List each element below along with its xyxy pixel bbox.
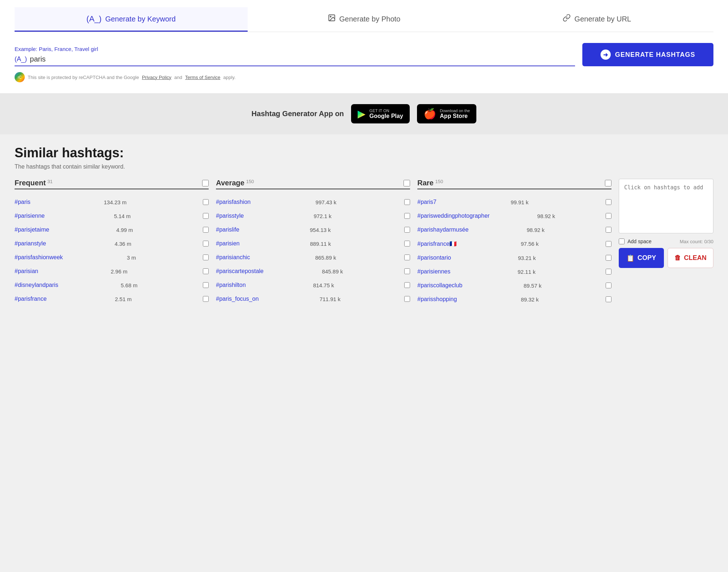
section-title: Similar hashtags:	[15, 145, 713, 161]
hashtag-link[interactable]: #parislife	[216, 226, 239, 233]
rare-divider	[417, 189, 611, 189]
hashtag-count: 889.11 k	[310, 241, 331, 247]
hashtag-checkbox[interactable]	[606, 199, 611, 205]
hashtag-checkbox[interactable]	[606, 227, 611, 233]
hashtag-link[interactable]: #parisian	[15, 268, 38, 275]
tab-photo[interactable]: Generate by Photo	[248, 7, 481, 32]
hashtag-checkbox[interactable]	[404, 241, 410, 246]
hashtag-checkbox[interactable]	[606, 269, 611, 275]
hashtag-count: 4.99 m	[116, 227, 133, 233]
keyword-input[interactable]	[30, 55, 575, 63]
generate-hashtags-button[interactable]: ➜ GENERATE HASHTAGS	[582, 43, 713, 66]
hashtag-checkbox[interactable]	[606, 255, 611, 261]
hashtag-link[interactable]: #parisshopping	[417, 296, 457, 303]
average-select-all-checkbox[interactable]	[404, 180, 410, 186]
tab-keyword[interactable]: (A_) Generate by Keyword	[15, 7, 248, 32]
app-store-button[interactable]: 🍎 Download on the App Store	[417, 104, 477, 123]
table-row: #disneylandparis 5.68 m	[15, 278, 209, 292]
hashtag-link[interactable]: #parisfrance	[15, 296, 47, 302]
hashtag-checkbox[interactable]	[203, 227, 209, 233]
hashtag-checkbox[interactable]	[404, 255, 410, 260]
privacy-policy-link[interactable]: Privacy Policy	[142, 75, 172, 80]
hashtag-checkbox[interactable]	[404, 213, 410, 219]
hashtag-count: 134.23 m	[104, 199, 127, 205]
max-count-label: Max count: 0/30	[680, 239, 714, 244]
frequent-column: Frequent 31 #paris 134.23 m #parisienne …	[15, 179, 209, 306]
svg-point-1	[330, 16, 331, 17]
hashtag-checkbox[interactable]	[203, 213, 209, 219]
tab-url[interactable]: Generate by URL	[480, 7, 713, 32]
frequent-select-all-checkbox[interactable]	[202, 180, 209, 186]
hashtag-link[interactable]: #paris_focus_on	[216, 296, 259, 302]
sidebar-options: Add space Max count: 0/30	[619, 238, 713, 244]
hashtag-checkbox[interactable]	[404, 296, 410, 302]
table-row: #paris 134.23 m	[15, 195, 209, 209]
table-row: #parianstyle 4.36 m	[15, 237, 209, 251]
hashtag-count: 814.75 k	[313, 282, 334, 288]
hashtag-link[interactable]: #pariscollageclub	[417, 282, 463, 289]
recaptcha-note: rC This site is protected by reCAPTCHA a…	[15, 72, 713, 82]
hashtag-checkbox[interactable]	[203, 282, 209, 288]
generate-arrow-icon: ➜	[601, 50, 611, 60]
hashtag-checkbox[interactable]	[404, 282, 410, 288]
hashtag-checkbox[interactable]	[203, 255, 209, 260]
hashtag-link[interactable]: #parisiennes	[417, 268, 450, 275]
hashtag-link[interactable]: #parisfrance🇫🇷	[417, 240, 457, 247]
rare-title: Rare 150	[417, 179, 443, 187]
hashtag-link[interactable]: #paris	[15, 199, 31, 205]
hashtag-link[interactable]: #parisienne	[15, 213, 45, 219]
hashtag-textarea[interactable]	[619, 179, 713, 233]
hashtag-link[interactable]: #parisfashionweek	[15, 254, 63, 261]
google-play-icon: ▶	[358, 108, 366, 120]
hashtag-link[interactable]: #parishaydarmusée	[417, 226, 469, 233]
hashtag-link[interactable]: #parisianchic	[216, 254, 250, 261]
hashtag-count: 972.1 k	[314, 213, 331, 219]
hashtag-link[interactable]: #pariscartepostale	[216, 268, 264, 275]
keyword-input-icon: (A_)	[15, 55, 27, 63]
hashtag-checkbox[interactable]	[404, 227, 410, 233]
app-store-sub: Download on the	[440, 109, 470, 113]
copy-icon: 📋	[626, 254, 634, 262]
rare-column: Rare 150 #paris7 99.91 k #parisweddingph…	[417, 179, 611, 306]
hashtag-link[interactable]: #parisfashion	[216, 199, 251, 205]
hashtag-checkbox[interactable]	[404, 199, 410, 205]
hashtag-link[interactable]: #parisien	[216, 240, 240, 247]
hashtag-checkbox[interactable]	[606, 241, 611, 247]
hashtag-count: 2.51 m	[115, 296, 132, 302]
hashtag-checkbox[interactable]	[606, 283, 611, 288]
add-space-checkbox[interactable]	[619, 238, 625, 244]
tabs: (A_) Generate by Keyword Generate by Pho…	[15, 7, 713, 32]
google-play-button[interactable]: ▶ GET IT ON Google Play	[351, 104, 409, 123]
hashtag-checkbox[interactable]	[404, 268, 410, 274]
hashtag-link[interactable]: #disneylandparis	[15, 282, 58, 288]
hashtag-count: 89.57 k	[524, 283, 542, 289]
copy-button[interactable]: 📋 COPY	[619, 248, 664, 268]
hashtag-count: 99.91 k	[511, 199, 528, 205]
hashtag-link[interactable]: #parianstyle	[15, 240, 46, 247]
tab-keyword-label: Generate by Keyword	[105, 15, 176, 23]
hashtag-count: 98.92 k	[527, 227, 544, 233]
recaptcha-apply: apply.	[223, 75, 236, 80]
terms-of-service-link[interactable]: Terms of Service	[185, 75, 220, 80]
keyword-icon: (A_)	[86, 14, 102, 24]
hashtag-checkbox[interactable]	[203, 268, 209, 274]
hashtag-link[interactable]: #parisweddingphotographer	[417, 213, 489, 219]
hashtag-link[interactable]: #parisjetaime	[15, 226, 49, 233]
table-row: #parisfashionweek 3 m	[15, 251, 209, 264]
clean-button[interactable]: 🗑 CLEAN	[668, 248, 713, 268]
section-subtitle: The hashtags that contain similar keywor…	[15, 163, 713, 170]
hashtag-link[interactable]: #parishilton	[216, 282, 246, 288]
hashtag-checkbox[interactable]	[203, 199, 209, 205]
hashtag-checkbox[interactable]	[203, 241, 209, 246]
hashtag-checkbox[interactable]	[606, 213, 611, 219]
hashtag-link[interactable]: #parisstyle	[216, 213, 244, 219]
hashtag-checkbox[interactable]	[203, 296, 209, 302]
hashtag-link[interactable]: #paris7	[417, 199, 436, 205]
hashtag-link[interactable]: #parisontario	[417, 255, 451, 261]
table-row: #parisien 889.11 k	[216, 237, 410, 251]
recaptcha-and: and	[174, 75, 182, 80]
rare-select-all-checkbox[interactable]	[605, 180, 611, 186]
hashtag-checkbox[interactable]	[606, 296, 611, 302]
recaptcha-text: This site is protected by reCAPTCHA and …	[28, 75, 139, 80]
hashtag-count: 3 m	[127, 255, 136, 261]
